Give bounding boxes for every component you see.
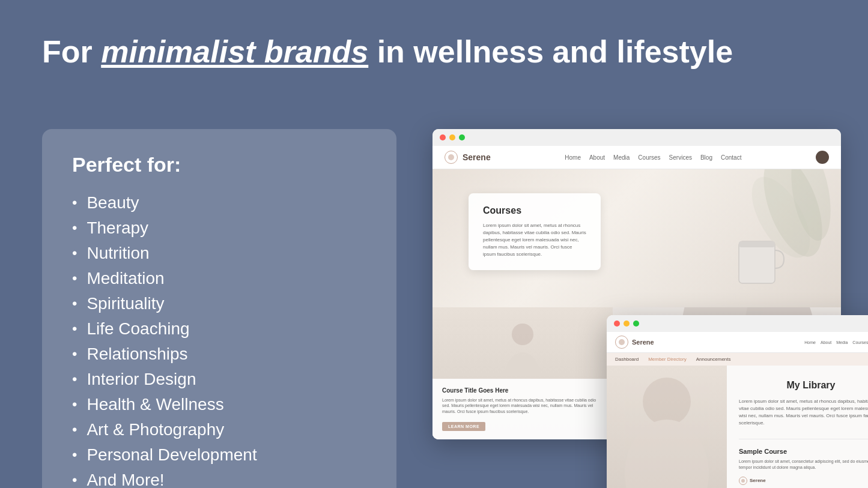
- list-item: Relationships: [72, 345, 366, 364]
- list-item: Personal Development: [72, 445, 366, 465]
- logo-icon: [445, 151, 458, 164]
- headline-emphasis: minimalist brands: [101, 34, 368, 69]
- secondary-site-logo: Serene: [615, 336, 654, 349]
- browser-navbar: Serene Home About Media Courses Services…: [432, 146, 841, 169]
- maximize-button-icon[interactable]: [459, 134, 465, 140]
- nav-courses[interactable]: Courses: [638, 154, 660, 161]
- list-item: And More!: [72, 471, 366, 488]
- left-panel: Perfect for: Beauty Therapy Nutrition Me…: [42, 129, 396, 488]
- user-avatar[interactable]: [816, 151, 829, 164]
- list-item: Nutrition: [72, 244, 366, 263]
- subnav-dashboard[interactable]: Dashboard: [615, 357, 639, 362]
- right-panel: Serene Home About Media Courses Services…: [432, 129, 826, 488]
- list-item: Meditation: [72, 269, 366, 288]
- secondary-left-image: [607, 366, 727, 488]
- nav-blog[interactable]: Blog: [700, 154, 712, 161]
- headline-suffix: in wellness and lifestyle: [368, 34, 733, 69]
- courses-card-title: Courses: [483, 205, 586, 216]
- svg-rect-4: [739, 241, 775, 247]
- secondary-content: My Library Lorem ipsum dolor sit amet, m…: [607, 366, 868, 488]
- svg-point-9: [643, 378, 691, 426]
- svg-point-5: [512, 324, 533, 345]
- nav-about[interactable]: About: [589, 154, 605, 161]
- nav-home[interactable]: Home: [565, 154, 581, 161]
- secondary-maximize-button-icon[interactable]: [633, 321, 639, 327]
- secondary-browser-window: Serene Home About Media Courses Serene D…: [607, 315, 868, 488]
- my-library-title: My Library: [739, 380, 868, 391]
- list-item: Interior Design: [72, 370, 366, 389]
- list-item: Beauty: [72, 193, 366, 212]
- secondary-person-icon: [607, 366, 727, 488]
- svg-rect-3: [739, 241, 775, 283]
- perfect-for-title: Perfect for:: [72, 153, 366, 176]
- watermark-logo-icon: [739, 477, 747, 485]
- watermark-text: Serene: [750, 478, 766, 483]
- secondary-logo-icon-inner: [619, 339, 625, 345]
- serene-watermark: Serene: [739, 477, 868, 485]
- svg-point-10: [625, 420, 709, 488]
- course-card: Course Title Goes Here Lorem ipsum dolor…: [432, 379, 613, 439]
- nav-services[interactable]: Services: [669, 154, 692, 161]
- secondary-site-name: Serene: [632, 339, 654, 346]
- subnav-announcements[interactable]: Announcements: [696, 357, 731, 362]
- close-button-icon[interactable]: [440, 134, 446, 140]
- mug-icon: [733, 229, 793, 295]
- secondary-nav-media[interactable]: Media: [836, 340, 848, 345]
- browser-titlebar: [432, 129, 841, 146]
- secondary-right-content: My Library Lorem ipsum dolor sit amet, m…: [727, 366, 868, 488]
- secondary-browser-titlebar: [607, 315, 868, 332]
- subnav-member-directory[interactable]: Member Directory: [648, 357, 687, 362]
- learn-more-button[interactable]: LEARN MORE: [442, 422, 485, 431]
- minimize-button-icon[interactable]: [449, 134, 455, 140]
- main-container: Perfect for: Beauty Therapy Nutrition Me…: [0, 0, 868, 488]
- watermark-logo-inner: [741, 479, 745, 483]
- logo-icon-inner: [448, 154, 454, 160]
- bottom-image-left: Course Title Goes Here Lorem ipsum dolor…: [432, 307, 613, 439]
- site-logo: Serene: [445, 151, 491, 164]
- my-library-text: Lorem ipsum dolor sit amet, metus at rho…: [739, 398, 868, 427]
- secondary-nav-courses[interactable]: Courses: [852, 340, 868, 345]
- secondary-logo-icon: [615, 336, 628, 349]
- category-list: Beauty Therapy Nutrition Meditation Spir…: [72, 193, 366, 488]
- headline-prefix: For: [42, 34, 101, 69]
- list-item: Health & Wellness: [72, 395, 366, 414]
- page-headline: For minimalist brands in wellness and li…: [42, 33, 826, 70]
- secondary-nav-about[interactable]: About: [821, 340, 831, 345]
- courses-card-text: Lorem ipsum dolor sit amet, metus at rho…: [483, 222, 586, 258]
- site-name: Serene: [463, 152, 491, 162]
- secondary-minimize-button-icon[interactable]: [624, 321, 630, 327]
- sample-course-text: Lorem ipsum dolor sit amet, consectetur …: [739, 459, 868, 471]
- secondary-navbar: Serene Home About Media Courses Serene: [607, 332, 868, 353]
- course-card-text: Lorem ipsum dolor sit amet, metus at rho…: [442, 397, 603, 415]
- secondary-subnav: Dashboard Member Directory Announcements: [607, 353, 868, 366]
- secondary-nav-home[interactable]: Home: [804, 340, 816, 345]
- courses-card: Courses Lorem ipsum dolor sit amet, metu…: [469, 193, 601, 270]
- list-item: Therapy: [72, 218, 366, 238]
- nav-contact[interactable]: Contact: [721, 154, 741, 161]
- list-item: Spirituality: [72, 294, 366, 313]
- list-item: Art & Photography: [72, 420, 366, 439]
- nav-media[interactable]: Media: [613, 154, 630, 161]
- hero-section: Courses Lorem ipsum dolor sit amet, metu…: [432, 169, 841, 307]
- sample-course-title: Sample Course: [739, 448, 868, 455]
- list-item: Life Coaching: [72, 319, 366, 339]
- course-card-title: Course Title Goes Here: [442, 387, 603, 394]
- secondary-nav-links: Home About Media Courses Serene: [804, 340, 868, 345]
- nav-links: Home About Media Courses Services Blog C…: [565, 154, 741, 161]
- secondary-close-button-icon[interactable]: [614, 321, 620, 327]
- sample-course-section: Sample Course Lorem ipsum dolor sit amet…: [739, 439, 868, 485]
